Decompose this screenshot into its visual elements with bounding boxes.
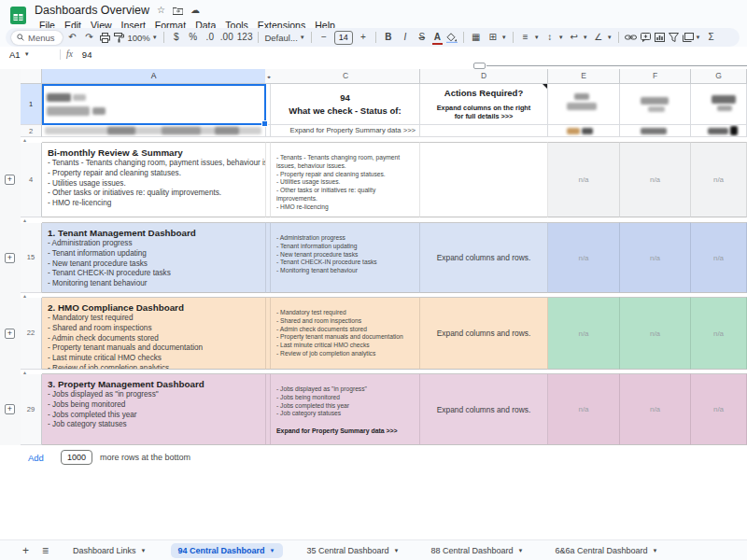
fill-color-icon[interactable] [446,33,458,43]
row-group-expand-button[interactable]: + [5,404,15,414]
cell-a29[interactable]: 3. Property Management Dashboard - Jobs … [42,373,266,445]
doc-title[interactable]: Dashboards Overview [35,4,149,17]
text-rotation-icon[interactable]: ∠ [592,29,605,46]
sheet-tab-88-central-dashboard[interactable]: 88 Central Dashboard▼ [424,543,531,558]
row-header-22[interactable]: 22 [21,297,42,370]
cell-c2[interactable]: Expand for Property Summary data >>> [271,125,420,137]
zoom-select[interactable]: 100% [128,33,150,43]
row-group-expand-button[interactable]: + [5,329,15,339]
merge-cells-icon[interactable]: ⊞ [486,29,500,46]
paint-format-icon[interactable] [114,33,124,43]
cell-c22[interactable]: - Mandatory test required- Shared and ro… [271,297,420,370]
move-folder-icon[interactable] [173,7,183,15]
row-group-expand-button[interactable]: + [5,253,15,263]
cell-g1[interactable] [691,84,747,125]
cell-g22[interactable]: n/a [691,297,747,370]
text-wrap-icon[interactable]: ↩ [568,29,581,46]
cell-d15[interactable]: Expand columns and rows. [420,222,548,293]
cell-a4[interactable]: Bi-monthly Review & Summary - Tenants - … [42,142,266,217]
font-size-input[interactable]: 14 [334,31,353,45]
decrease-font-size-icon[interactable]: − [317,29,331,46]
menus-search[interactable]: Menus [11,31,63,45]
functions-icon[interactable]: Σ [705,29,718,46]
cell-e15[interactable]: n/a [548,222,620,293]
insert-chart-icon[interactable] [655,33,665,42]
italic-icon[interactable]: I [399,29,412,46]
borders-icon[interactable]: ▦ [470,29,483,46]
all-sheets-icon[interactable]: ≡ [42,544,49,557]
column-header-d[interactable]: D [420,69,548,84]
print-icon[interactable] [100,33,110,43]
cell-e1[interactable] [548,84,620,125]
cell-e4[interactable]: n/a [548,142,620,217]
cell-c15[interactable]: - Administration progress- Tenant inform… [271,222,420,293]
cell-g15[interactable]: n/a [691,222,747,293]
cell-d4[interactable] [420,142,548,217]
cell-c4[interactable]: - Tenants - Tenants changing room, payme… [271,142,420,217]
cell-f2[interactable] [620,125,691,137]
format-percent-icon[interactable]: % [187,29,200,46]
more-formats-icon[interactable]: 123 [237,29,253,46]
add-rows-count-input[interactable] [61,450,92,465]
sheet-tab-dashboard-links[interactable]: Dashboard Links▼ [65,543,154,558]
cell-f22[interactable]: n/a [620,297,691,370]
cell-a1[interactable] [42,84,266,125]
cell-c1[interactable]: 94 What we check - Status of: [271,84,420,125]
column-header-a[interactable]: A [42,69,266,84]
row-group-expand-button[interactable]: + [5,175,15,185]
add-rows-button[interactable]: Add [28,453,44,463]
cell-g4[interactable]: n/a [691,142,747,217]
tab-caret-icon[interactable]: ▼ [141,548,147,553]
horizontal-align-icon[interactable]: ≡ [519,29,532,46]
cell-f15[interactable]: n/a [620,222,691,293]
cloud-status-icon[interactable]: ☁ [190,6,200,15]
format-currency-icon[interactable]: $ [170,29,183,46]
column-header-c[interactable]: C [272,69,420,84]
increase-font-size-icon[interactable]: + [357,29,370,46]
tab-caret-icon[interactable]: ▼ [518,548,524,553]
bold-icon[interactable]: B [382,29,395,46]
decrease-decimals-icon[interactable]: .0 [204,29,217,46]
hidden-columns-indicator[interactable]: ◂▸ [265,69,272,84]
tab-caret-icon[interactable]: ▼ [394,548,400,553]
cell-d2[interactable] [420,125,548,137]
cell-c29[interactable]: - Jobs displayed as "in progress"- Jobs … [271,373,420,445]
hidden-rows-indicator[interactable]: ▴ [23,136,26,143]
cell-d22[interactable]: Expand columns and rows. [420,297,548,370]
row-header-15[interactable]: 15 [21,222,42,293]
add-sheet-icon[interactable]: + [22,544,29,557]
sheet-tab-6-6a-central-dashboard[interactable]: 6&6a Central Dashboard▼ [548,543,666,558]
name-box[interactable]: A1▼ [0,49,54,60]
column-header-e[interactable]: E [548,69,620,84]
sheet-tab-94-central-dashboard[interactable]: 94 Central Dashboard▼ [171,543,283,558]
redo-icon[interactable]: ↷ [83,29,96,46]
cell-d1[interactable]: Actions Required? Expand columns on the … [420,84,548,125]
cell-e2[interactable] [548,125,620,137]
vertical-align-icon[interactable]: ↕ [543,29,557,46]
hidden-rows-indicator[interactable]: ▴ [23,369,26,375]
tab-caret-icon[interactable]: ▼ [270,548,275,553]
filter-views-icon[interactable] [683,33,694,42]
insert-link-icon[interactable] [625,34,637,41]
cell-e29[interactable]: n/a [548,373,620,445]
cell-a15[interactable]: 1. Tenant Management Dashboard - Adminis… [42,222,266,293]
cell-f1[interactable] [620,84,691,125]
cell-d29[interactable]: Expand columns and rows. [420,373,548,445]
cell-f4[interactable]: n/a [620,142,691,217]
column-header-g[interactable]: G [691,69,747,84]
select-all-corner[interactable] [21,69,42,84]
insert-comment-icon[interactable] [641,33,651,42]
row-header-4[interactable]: 4 [21,142,42,217]
formula-input[interactable]: 94 [82,49,92,60]
row-header-29[interactable]: 29 [21,373,42,445]
create-filter-icon[interactable] [669,33,679,42]
sheet-tab-35-central-dashboard[interactable]: 35 Central Dashboard▼ [300,543,407,558]
fill-handle[interactable] [261,120,268,127]
hidden-rows-indicator[interactable]: ▴ [23,217,26,223]
undo-icon[interactable]: ↶ [66,29,79,46]
column-header-f[interactable]: F [620,69,691,84]
cell-a2[interactable] [42,125,266,137]
cell-f29[interactable]: n/a [620,373,691,445]
star-icon[interactable]: ☆ [157,6,165,15]
tab-caret-icon[interactable]: ▼ [653,548,658,553]
